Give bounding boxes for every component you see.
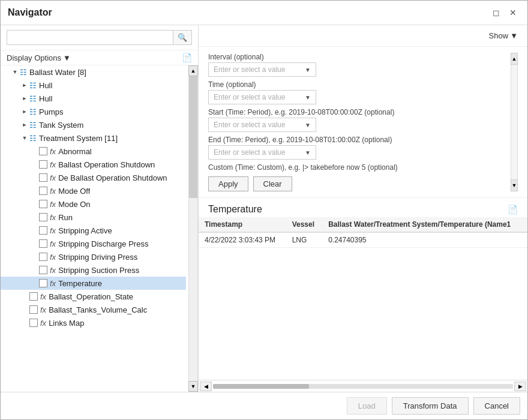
tree-item-de-ballast-op-shutdown[interactable]: fx De Ballast Operation Shutdown [1,171,186,184]
load-button[interactable]: Load [347,397,387,415]
checkbox-stripping-discharge-press[interactable] [39,239,47,248]
start-select[interactable]: Enter or select a value ▼ [208,118,316,132]
tree-item-run[interactable]: fx Run [1,211,186,224]
tree-item-ballast-tanks-vol[interactable]: fx Ballast_Tanks_Volume_Calc [1,303,186,316]
checkbox-ballast-op-shutdown[interactable] [39,160,47,169]
tree-item-ballast-water[interactable]: ▼ ☷ Ballast Water [8] [1,65,186,79]
window-title: Navigator [8,7,52,18]
tree-item-abnormal[interactable]: fx Abnormal [1,145,186,158]
checkbox-ballast-op-state[interactable] [29,292,38,301]
spacer [20,292,29,301]
transform-data-button[interactable]: Transform Data [392,397,469,415]
tree-item-label: Mode Off [58,187,90,196]
tree-item-label: Stripping Active [58,226,112,235]
h-scroll-left-button[interactable]: ◀ [200,382,212,391]
checkbox-ballast-tanks-vol[interactable] [29,305,38,314]
tree-item-pumps[interactable]: ► ☷ Pumps [1,105,186,118]
checkbox-temperature[interactable] [39,279,47,287]
tree-scroll-thumb[interactable] [189,76,197,198]
tree-item-label: Ballast_Operation_State [49,292,133,301]
tree-item-label: Ballast Operation Shutdown [58,160,155,169]
tree-item-label: Stripping Driving Press [58,253,137,262]
tree-item-label: Ballast_Tanks_Volume_Calc [49,305,147,314]
tree-item-stripping-driving-press[interactable]: fx Stripping Driving Press [1,250,186,263]
tree-item-hull-2[interactable]: ► ☷ Hull [1,92,186,105]
bottom-bar: Load Transform Data Cancel [1,392,527,419]
export-button[interactable]: 📄 [508,205,518,214]
end-row: End (Time: Period), e.g. 2019-10-08T01:0… [208,136,501,160]
checkbox-de-ballast-op-shutdown[interactable] [39,173,47,182]
spacer [29,186,39,196]
filter-section: Interval (optional) Enter or select a va… [199,47,527,198]
fx-icon: fx [50,147,56,156]
expand-icon: ► [20,80,29,90]
settings-icon-button[interactable]: 📄 [182,53,192,62]
checkbox-stripping-active[interactable] [39,226,47,235]
tree-item-label: Mode On [58,200,90,209]
minimize-button[interactable]: ◻ [489,5,503,20]
tree-scroll-up-button[interactable]: ▲ [188,65,198,76]
end-select[interactable]: Enter or select a value ▼ [208,145,316,160]
tree-item-stripping-discharge-press[interactable]: fx Stripping Discharge Press [1,237,186,250]
display-options-button[interactable]: Display Options ▼ [7,53,71,62]
tree-item-ballast-op-state[interactable]: fx Ballast_Operation_State [1,290,186,303]
tree-item-stripping-suction-press[interactable]: fx Stripping Suction Press [1,263,186,277]
interval-row: Interval (optional) Enter or select a va… [208,53,501,77]
tree-item-ballast-op-shutdown[interactable]: fx Ballast Operation Shutdown [1,158,186,171]
expand-icon: ► [20,107,29,116]
data-section: Temperature 📄 Timestamp Vessel Ballast W… [199,198,527,392]
checkbox-mode-on[interactable] [39,200,47,208]
filter-scroll-up-button[interactable]: ▲ [511,53,518,65]
fx-icon: fx [50,213,56,222]
interval-label: Interval (optional) [208,53,501,61]
show-button[interactable]: Show ▼ [489,31,518,40]
tree-item-mode-on[interactable]: fx Mode On [1,197,186,211]
cancel-button[interactable]: Cancel [473,397,520,415]
right-top-bar: Show ▼ [199,25,527,47]
tree-item-temperature[interactable]: fx Temperature [1,277,186,290]
tree-item-label: De Ballast Operation Shutdown [58,173,167,182]
filter-scroll-down-button[interactable]: ▼ [511,179,518,191]
checkbox-mode-off[interactable] [39,187,47,195]
end-label: End (Time: Period), e.g. 2019-10-08T01:0… [208,136,501,144]
navigator-window: Navigator ◻ ✕ 🔍 Display Options ▼ 📄 [0,0,528,420]
interval-select[interactable]: Enter or select a value ▼ [208,62,316,77]
spacer [29,239,39,248]
horizontal-scrollbar: ◀ ▶ [199,380,527,392]
h-scroll-track [213,384,513,389]
checkbox-abnormal[interactable] [39,147,47,155]
chevron-down-icon: ▼ [510,31,518,40]
start-placeholder: Enter or select a value [214,121,285,129]
h-scroll-thumb[interactable] [213,384,309,389]
tree-item-label: Pumps [39,107,63,116]
col-header-value: Ballast Water/Treatment System/Temperatu… [322,217,527,232]
tree-item-tank-system[interactable]: ► ☷ Tank System [1,118,186,131]
tree-scroll-down-button[interactable]: ▼ [188,381,198,392]
tree-item-mode-off[interactable]: fx Mode Off [1,184,186,197]
fx-icon: fx [50,239,56,248]
checkbox-stripping-suction-press[interactable] [39,266,47,274]
col-header-vessel: Vessel [286,217,323,232]
checkbox-stripping-driving-press[interactable] [39,253,47,261]
checkbox-links-map[interactable] [29,319,38,327]
title-bar: Navigator ◻ ✕ [1,1,527,25]
time-select[interactable]: Enter or select a value ▼ [208,90,316,104]
filter-actions: Apply Clear [208,176,501,191]
h-scroll-right-button[interactable]: ▶ [514,382,526,391]
interval-dropdown-arrow: ▼ [305,67,311,73]
close-button[interactable]: ✕ [506,5,520,20]
tree-item-links-map[interactable]: fx Links Map [1,316,186,329]
checkbox-run[interactable] [39,213,47,221]
spacer [29,278,39,288]
clear-button[interactable]: Clear [253,176,292,191]
search-button[interactable]: 🔍 [173,30,192,45]
tree-item-hull-1[interactable]: ► ☷ Hull [1,79,186,92]
filter-columns: Interval (optional) Enter or select a va… [208,53,518,191]
fx-icon: fx [40,305,46,314]
apply-button[interactable]: Apply [208,176,248,191]
search-input[interactable] [7,30,173,45]
tree-item-treatment-system[interactable]: ▼ ☷ Treatment System [11] [1,131,186,145]
table-row: 4/22/2022 3:03:43 PM LNG 0.24740395 [199,232,527,248]
spacer [29,173,39,182]
tree-item-stripping-active[interactable]: fx Stripping Active [1,224,186,237]
